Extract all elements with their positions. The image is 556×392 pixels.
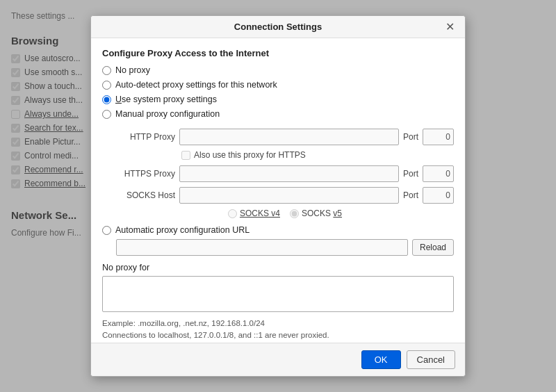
close-button[interactable]: ✕ <box>442 20 458 34</box>
radio-auto-detect[interactable]: Auto-detect proxy settings for this netw… <box>102 80 454 90</box>
also-https-row: Also use this proxy for HTTPS <box>181 150 454 160</box>
modal-overlay: Connection Settings ✕ Configure Proxy Ac… <box>0 0 556 392</box>
radio-use-system[interactable]: UUse system proxy settingsse system prox… <box>102 95 454 104</box>
socks-v5-option[interactable]: SOCKS v5 <box>290 209 342 218</box>
radio-use-system-label: UUse system proxy settingsse system prox… <box>115 95 217 104</box>
http-port-input[interactable] <box>423 129 454 145</box>
radio-manual[interactable]: Manual proxy configuration <box>102 109 454 119</box>
radio-use-system-input[interactable] <box>102 95 111 104</box>
radio-auto-proxy-input[interactable] <box>102 226 111 235</box>
socks-port-input[interactable] <box>423 187 454 204</box>
http-proxy-row: HTTP Proxy Port <box>116 129 454 145</box>
dialog-title: Connection Settings <box>234 22 322 32</box>
socks-port-label: Port <box>403 190 418 200</box>
no-proxy-section: No proxy for Example: .mozilla.org, .net… <box>102 263 454 342</box>
socks-v4-option[interactable]: SOCKS v4 <box>228 209 280 218</box>
dialog-body[interactable]: Configure Proxy Access to the Internet N… <box>91 38 465 343</box>
radio-auto-proxy-url[interactable]: Automatic proxy configuration URL <box>102 225 454 235</box>
socks-version-row: SOCKS v4 SOCKS v5 <box>116 209 454 218</box>
radio-manual-label: Manual proxy configuration <box>115 109 220 119</box>
http-port-label: Port <box>403 132 418 142</box>
dialog-footer: OK Cancel <box>91 343 465 376</box>
socks-host-label: SOCKS Host <box>116 190 175 200</box>
also-https-checkbox[interactable] <box>181 151 190 160</box>
https-proxy-input[interactable] <box>179 165 399 182</box>
socks-v5-radio[interactable] <box>290 209 299 218</box>
socks-host-row: SOCKS Host Port <box>116 187 454 204</box>
socks-v4-label: SOCKS v4 <box>240 209 280 218</box>
auto-proxy-section: Automatic proxy configuration URL Reload <box>102 225 454 256</box>
socks-v4-radio[interactable] <box>228 209 237 218</box>
cancel-button[interactable]: Cancel <box>407 350 455 369</box>
dialog-titlebar: Connection Settings ✕ <box>91 16 465 38</box>
https-proxy-label: HTTPS Proxy <box>116 169 175 179</box>
socks-host-input[interactable] <box>179 187 399 204</box>
reload-button[interactable]: Reload <box>412 239 454 256</box>
radio-no-proxy-label: No proxy <box>115 65 150 75</box>
no-proxy-for-label: No proxy for <box>102 263 454 272</box>
http-proxy-label: HTTP Proxy <box>116 132 175 142</box>
radio-no-proxy[interactable]: No proxy <box>102 65 454 75</box>
also-https-label: Also use this proxy for HTTPS <box>194 150 306 160</box>
https-port-input[interactable] <box>423 165 454 182</box>
no-proxy-textarea[interactable] <box>102 276 454 312</box>
proxy-fields: HTTP Proxy Port Also use this proxy for … <box>116 129 454 218</box>
https-port-label: Port <box>403 169 418 179</box>
connection-settings-dialog: Connection Settings ✕ Configure Proxy Ac… <box>90 15 466 377</box>
radio-auto-proxy-label: Automatic proxy configuration URL <box>115 225 250 235</box>
example-text: Example: .mozilla.org, .net.nz, 192.168.… <box>102 318 454 342</box>
auto-proxy-url-row: Reload <box>116 239 454 256</box>
proxy-section-heading: Configure Proxy Access to the Internet <box>102 48 454 58</box>
ok-button[interactable]: OK <box>361 350 401 369</box>
auto-proxy-url-input[interactable] <box>116 239 408 256</box>
http-proxy-input[interactable] <box>179 129 399 145</box>
radio-manual-input[interactable] <box>102 110 111 119</box>
radio-no-proxy-input[interactable] <box>102 66 111 75</box>
radio-auto-detect-label: Auto-detect proxy settings for this netw… <box>115 80 277 90</box>
https-proxy-row: HTTPS Proxy Port <box>116 165 454 182</box>
radio-auto-detect-input[interactable] <box>102 81 111 90</box>
socks-v5-label: SOCKS v5 <box>302 209 342 218</box>
proxy-radio-group: No proxy Auto-detect proxy settings for … <box>102 65 454 119</box>
